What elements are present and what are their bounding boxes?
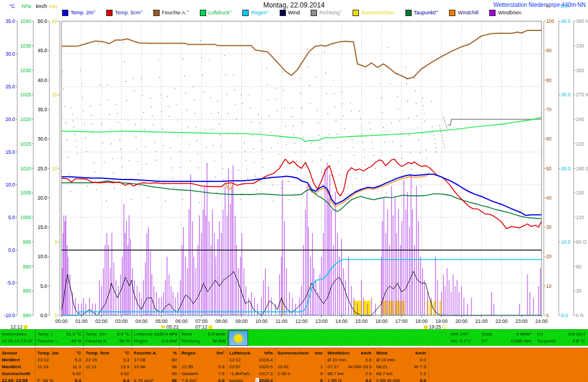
direction-dot — [301, 107, 302, 108]
direction-dot — [165, 201, 166, 202]
direction-dot — [269, 116, 270, 117]
direction-dot — [180, 167, 181, 168]
direction-dot — [297, 169, 298, 170]
axis-unit-label: % — [546, 3, 550, 9]
direction-dot — [431, 101, 432, 102]
axis-tick-label: 10 — [546, 283, 552, 289]
direction-dot — [116, 104, 117, 105]
stats-column-regen[interactable]: Regenl/m²12:350.6Gesamt:7.67.6 l/m²0.0 — [180, 348, 227, 382]
direction-dot — [374, 161, 375, 162]
axis-tick-label: 1010 — [20, 166, 31, 171]
direction-dot — [415, 90, 416, 91]
direction-dot — [223, 180, 224, 181]
stats-cell-time: sonnig — [229, 377, 243, 382]
direction-dot — [432, 126, 433, 127]
direction-dot — [173, 188, 174, 189]
direction-dot — [278, 154, 280, 155]
stats-cell-time: F: 96 % — [37, 377, 53, 382]
axis-tick-label: 0 — [55, 313, 57, 318]
direction-dot — [163, 145, 164, 146]
stats-column-name: Sonnenschein — [277, 350, 309, 357]
stats-column-wind[interactable]: Windkm/hØ 10 min.0.008:21W 7.968.7 km1.2… — [374, 348, 429, 382]
stats-column-windb-en[interactable]: Windböenkm/hØ 10 min.0.607:17W-SW 25.968… — [326, 348, 374, 382]
direction-dot — [94, 171, 95, 173]
stats-cell-value: 2.9 — [365, 371, 372, 377]
direction-dot — [179, 151, 180, 153]
status-cell[interactable]: Temp. I.21.3 °CFeuchte I.49 % — [36, 330, 84, 346]
direction-dot — [445, 124, 446, 125]
direction-dot — [212, 129, 213, 130]
direction-dot — [151, 107, 152, 108]
axis-tick-label: 25.0 — [5, 84, 15, 89]
axis-tick-label: 80 — [546, 77, 552, 83]
axis-tick-label: 20.0 — [37, 195, 47, 201]
axis-tick-label: 300 — [576, 68, 584, 73]
direction-dot — [133, 78, 134, 79]
direction-dot — [365, 165, 366, 166]
direction-dot — [92, 132, 94, 134]
direction-dot — [252, 135, 253, 136]
stats-column-temp-5cm[interactable]: Temp. 5cm°C22:153.311:1113.99.024.4 — [84, 348, 132, 382]
axis-unit-label: km/h — [36, 3, 47, 9]
direction-dot — [238, 169, 239, 170]
x-axis-label: 13:00 — [315, 318, 328, 324]
status-label: Wind — [181, 331, 192, 338]
stats-row-label: Durchschnitt — [2, 371, 30, 377]
direction-dot — [324, 52, 325, 53]
direction-dot — [65, 123, 67, 124]
direction-dot — [111, 143, 112, 145]
direction-dot — [302, 122, 303, 123]
status-label: 22.09.14 23:59 — [2, 338, 32, 345]
direction-dot — [288, 181, 289, 182]
status-cell[interactable]: Wind0.0 km/hRichtungW-SW — [180, 330, 228, 346]
direction-dot — [143, 112, 144, 113]
direction-dot — [364, 157, 365, 158]
axis-tick-label: 10.0 — [37, 254, 47, 259]
axis-tick-label: 1035 — [20, 43, 31, 49]
direction-dot — [103, 142, 104, 143]
direction-dot — [72, 114, 73, 115]
axis-unit-label: l/m² — [560, 3, 569, 9]
stats-cell-value: 11.3 — [72, 364, 81, 371]
stats-column-sonnenschein[interactable]: Sonnenscheinmin10:4111:45 h00 — [276, 348, 326, 382]
direction-dot — [386, 192, 387, 193]
status-label: Feuchte I. — [37, 338, 58, 345]
status-cell[interactable]: Wetterdaten22.09.14 23:59 — [0, 330, 36, 346]
direction-dot — [282, 71, 283, 72]
direction-dot — [215, 177, 216, 178]
axis-tick-label: 0.0 — [8, 247, 15, 253]
stats-cell-value: 96 — [172, 377, 177, 382]
x-axis-label: 04:00 — [136, 318, 148, 324]
direction-dot — [81, 83, 82, 84]
direction-dot — [219, 134, 220, 135]
direction-dot — [443, 116, 444, 118]
stats-column-luftdruck[interactable]: LuftdruckhPa12:121015.423:571020.5↑1.8hP… — [227, 348, 276, 382]
stats-cell-value: 3.3 — [123, 357, 129, 364]
stats-column-name: Regen — [181, 350, 195, 357]
direction-dot — [351, 110, 352, 111]
weather-chart[interactable]: °C35.030.025.020.015.010.05.00.0-5.0-10.… — [0, 0, 588, 382]
direction-dot — [319, 147, 320, 148]
direction-dot — [296, 161, 297, 162]
axis-tick-label: 0.0 — [561, 313, 568, 318]
direction-dot — [344, 128, 345, 129]
status-cell[interactable]: Luftdruck1020.4 hPaRegen0.0 l/m² — [132, 330, 180, 346]
axis-tick-label: 1030 — [20, 68, 31, 73]
direction-dot — [200, 40, 201, 41]
stats-column-temp-2m[interactable]: Temp. 2m°C23:125.311:1411.39.42F: 96 %5.… — [36, 348, 84, 382]
stats-cell-time: 0 Bft W-SW — [376, 377, 400, 382]
direction-dot — [169, 147, 171, 149]
stats-column-feuchte-a-[interactable]: Feuchte A.%17:088022:4696906.70 g/m³96 — [132, 348, 180, 382]
axis-tick-label: 20 — [52, 18, 58, 24]
direction-dot — [381, 98, 382, 99]
direction-dot — [246, 169, 247, 170]
direction-dot — [267, 84, 268, 85]
status-cell[interactable]: Temp. 2m5.4 °CFeuchte A.96 % — [84, 330, 132, 346]
direction-dot — [232, 191, 233, 192]
direction-dot — [96, 189, 97, 190]
direction-dot — [185, 92, 187, 93]
axis-tick-label: 1020 — [20, 116, 31, 122]
direction-dot — [271, 147, 272, 149]
direction-dot — [409, 135, 410, 136]
direction-dot — [281, 188, 282, 189]
